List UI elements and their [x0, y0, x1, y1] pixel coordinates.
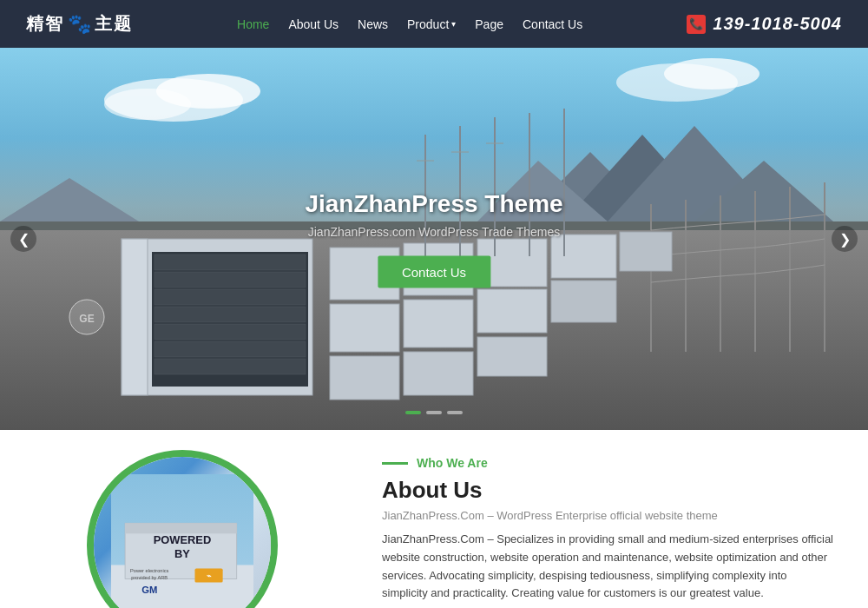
- svg-rect-21: [122, 239, 148, 395]
- main-nav: Home About Us News Product ▾ Page Contac…: [237, 17, 582, 31]
- nav-item-product[interactable]: Product ▾: [407, 17, 456, 31]
- hero-content: JianZhanPress Theme JianZhanPress.com Wo…: [305, 190, 562, 288]
- header: 精智 🐾 主题 Home About Us News Product ▾ Pag…: [0, 0, 868, 48]
- logo-chinese: 精智: [26, 12, 64, 36]
- hero-dot-1[interactable]: [405, 411, 421, 414]
- hero-prev-arrow[interactable]: ❮: [10, 226, 36, 252]
- hero-contact-button[interactable]: Contact Us: [378, 256, 490, 288]
- svg-rect-42: [404, 352, 473, 395]
- svg-rect-38: [404, 300, 473, 347]
- nav-item-contact[interactable]: Contact Us: [523, 17, 582, 31]
- svg-text:Power electronics: Power electronics: [130, 567, 168, 572]
- chevron-right-icon: ❯: [839, 231, 851, 248]
- about-section: POWERED BY Power electronics provided by…: [0, 430, 868, 608]
- svg-rect-43: [477, 337, 547, 376]
- svg-rect-27: [155, 324, 306, 340]
- nav-item-home[interactable]: Home: [237, 17, 269, 31]
- hero-title: JianZhanPress Theme: [305, 190, 562, 218]
- hero-dot-3[interactable]: [447, 411, 463, 414]
- svg-rect-36: [620, 232, 672, 271]
- about-title: About Us: [382, 477, 833, 504]
- logo-paw-icon: 🐾: [68, 13, 91, 36]
- about-circle-frame: POWERED BY Power electronics provided by…: [87, 450, 278, 609]
- svg-text:GE: GE: [79, 313, 94, 325]
- about-description: JianZhanPress.Com – Specializes in provi…: [382, 531, 833, 603]
- nav-product-label: Product: [407, 17, 449, 31]
- nav-item-news[interactable]: News: [358, 17, 388, 31]
- nav-item-about[interactable]: About Us: [288, 17, 339, 31]
- svg-rect-23: [155, 254, 306, 270]
- svg-rect-24: [155, 272, 306, 287]
- svg-rect-55: [125, 523, 237, 533]
- about-content-col: Who We Are About Us JianZhanPress.Com – …: [365, 430, 868, 608]
- chevron-left-icon: ❮: [18, 231, 30, 248]
- svg-rect-26: [155, 307, 306, 322]
- hero-dots: [405, 411, 463, 414]
- about-circle-illustration: POWERED BY Power electronics provided by…: [94, 474, 271, 609]
- phone-icon-box: 📞: [687, 15, 706, 34]
- who-line-decoration: [382, 462, 408, 465]
- about-circle-inner: POWERED BY Power electronics provided by…: [94, 457, 271, 609]
- nav-item-page[interactable]: Page: [475, 17, 503, 31]
- svg-rect-28: [155, 341, 306, 357]
- about-subtitle: JianZhanPress.Com – WordPress Enterprise…: [382, 509, 833, 522]
- svg-rect-25: [155, 289, 306, 305]
- svg-text:BY: BY: [174, 547, 190, 560]
- svg-text:provided by ARB: provided by ARB: [131, 574, 168, 579]
- chevron-down-icon: ▾: [451, 19, 456, 29]
- hero-dot-2[interactable]: [426, 411, 442, 414]
- who-we-are-label: Who We Are: [417, 456, 488, 470]
- logo: 精智 🐾 主题: [26, 12, 133, 36]
- svg-text:GM: GM: [141, 584, 157, 594]
- svg-rect-39: [477, 289, 547, 333]
- svg-point-3: [104, 89, 191, 120]
- svg-rect-37: [330, 304, 399, 352]
- phone-block: 📞 139-1018-5004: [687, 14, 842, 34]
- hero-section: GE: [0, 48, 868, 430]
- hero-next-arrow[interactable]: ❯: [832, 226, 858, 252]
- who-label: Who We Are: [382, 456, 833, 470]
- svg-rect-41: [330, 356, 399, 400]
- hero-subtitle: JianZhanPress.com WordPress Trade Themes: [305, 225, 562, 239]
- svg-point-5: [664, 58, 760, 89]
- svg-rect-29: [155, 359, 306, 374]
- about-image-col: POWERED BY Power electronics provided by…: [0, 430, 365, 608]
- logo-suffix: 主题: [95, 12, 133, 36]
- phone-icon: 📞: [689, 17, 703, 30]
- phone-number: 139-1018-5004: [713, 14, 842, 34]
- svg-text:POWERED: POWERED: [154, 533, 211, 546]
